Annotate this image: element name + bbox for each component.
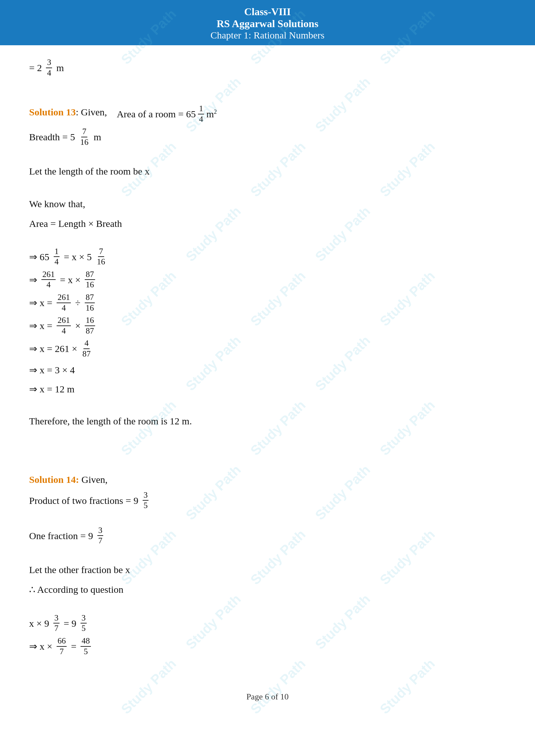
header-line1: Class-VIII bbox=[0, 6, 535, 18]
header: Class-VIII RS Aggarwal Solutions Chapter… bbox=[0, 0, 535, 45]
solution13-area-eq: Area = Length × Breath bbox=[29, 215, 506, 232]
top-frac-num: 3 bbox=[46, 58, 52, 68]
header-line2: RS Aggarwal Solutions bbox=[0, 18, 535, 30]
solution14-header: Solution 14: Given, bbox=[29, 471, 506, 488]
top-fraction: 3 4 bbox=[46, 58, 52, 78]
solution13-step7: ⇒ x = 12 m bbox=[29, 381, 506, 397]
solution13-step2: ⇒ 261 4 = x × 87 16 bbox=[29, 270, 506, 290]
solution13-area-unit: m2 bbox=[206, 106, 217, 122]
s13-s2-rfrac: 87 16 bbox=[85, 270, 95, 290]
solution13-step1: ⇒ 65 1 4 = x × 5 7 16 bbox=[29, 247, 506, 267]
solution14-let: Let the other fraction be x bbox=[29, 561, 506, 578]
s13-s2-lfrac: 261 4 bbox=[42, 270, 56, 290]
solution14-according: ∴ According to question bbox=[29, 581, 506, 598]
top-expression: = 2 3 4 m bbox=[29, 58, 506, 78]
solution13-block: Solution 13: Given, Area of a room = 65 … bbox=[29, 104, 506, 429]
solution13-conclusion: Therefore, the length of the room is 12 … bbox=[29, 413, 506, 429]
s13-s3-lfrac: 261 4 bbox=[57, 292, 71, 313]
s14-eq2-rfrac: 48 5 bbox=[80, 636, 91, 657]
solution13-breadth-frac: 7 16 bbox=[79, 127, 90, 147]
s14-eq1-lfrac: 3 7 bbox=[53, 613, 60, 634]
s13-s3-rfrac: 87 16 bbox=[85, 292, 95, 313]
solution13-breadth: Breadth = 5 7 16 m bbox=[29, 127, 506, 147]
solution14-eq2: ⇒ x × 66 7 = 48 5 bbox=[29, 636, 506, 657]
solution14-product: Product of two fractions = 9 3 5 bbox=[29, 490, 506, 511]
s13-s1-rfrac: 7 16 bbox=[96, 247, 106, 267]
solution14-label: Solution 14: Given, bbox=[29, 471, 108, 488]
page-number: Page 6 of 10 bbox=[246, 692, 289, 701]
solution13-area: Area of a room = 65 1 4 m2 bbox=[117, 104, 217, 124]
s14-one-frac: 3 7 bbox=[98, 526, 103, 546]
s13-s4-rfrac: 16 87 bbox=[85, 315, 95, 336]
top-frac-den: 4 bbox=[46, 68, 52, 78]
solution13-step4: ⇒ x = 261 4 × 16 87 bbox=[29, 315, 506, 336]
solution14-block: Solution 14: Given, Product of two fract… bbox=[29, 471, 506, 657]
solution13-let: Let the length of the room be x bbox=[29, 163, 506, 179]
main-content: = 2 3 4 m Solution 13: Given, Area of a … bbox=[0, 45, 535, 673]
page-footer: Page 6 of 10 bbox=[0, 692, 535, 712]
header-line3: Chapter 1: Rational Numbers bbox=[0, 30, 535, 41]
s13-s1-lfrac: 1 4 bbox=[54, 247, 60, 267]
solution13-step5: ⇒ x = 261 × 4 87 bbox=[29, 338, 506, 359]
top-unit: m bbox=[56, 60, 64, 76]
solution14-one-fraction: One fraction = 9 3 7 bbox=[29, 526, 506, 546]
solution13-step3: ⇒ x = 261 4 ÷ 87 16 bbox=[29, 292, 506, 313]
solution13-label: Solution 13: Given, bbox=[29, 104, 107, 120]
solution13-given: Solution 13: Given, Area of a room = 65 … bbox=[29, 104, 506, 124]
s14-eq1-rfrac: 3 5 bbox=[80, 613, 87, 634]
s13-s5-frac: 4 87 bbox=[81, 338, 92, 359]
solution13-step6: ⇒ x = 3 × 4 bbox=[29, 362, 506, 378]
s14-eq2-lfrac: 66 7 bbox=[57, 636, 67, 657]
solution13-weknow: We know that, bbox=[29, 196, 506, 212]
solution14-eq1: x × 9 3 7 = 9 3 5 bbox=[29, 613, 506, 634]
solution13-area-frac: 1 4 bbox=[198, 104, 204, 124]
s13-s4-lfrac: 261 4 bbox=[57, 315, 71, 336]
top-equals: = 2 bbox=[29, 60, 42, 76]
s14-product-frac: 3 5 bbox=[143, 490, 149, 511]
